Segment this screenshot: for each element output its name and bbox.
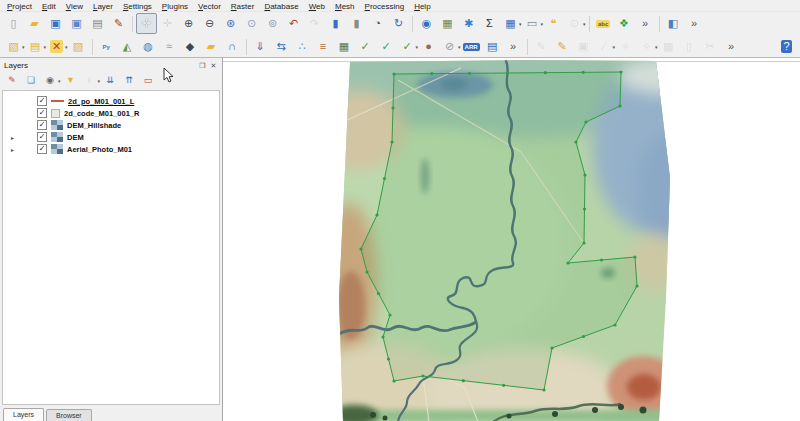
layer-row-2d_code_M01_001_R[interactable]: ✓2d_code_M01_001_R bbox=[3, 107, 219, 119]
measure-line-icon[interactable]: ▭ bbox=[522, 13, 543, 34]
menu-item-project[interactable]: Project bbox=[2, 2, 37, 11]
layer-row-DEM_Hillshade[interactable]: ✓DEM_Hillshade bbox=[3, 119, 219, 131]
vertex-tool-all-layers-icon[interactable]: ✧ bbox=[615, 36, 636, 57]
tab-browser[interactable]: Browser bbox=[46, 409, 92, 421]
map-theme-tool-icon[interactable]: ❖ bbox=[614, 13, 635, 34]
show-spatial-bookmarks-icon[interactable]: ▮ bbox=[346, 13, 367, 34]
layer-row-Aerial_Photo_M01[interactable]: ▸✓Aerial_Photo_M01 bbox=[3, 143, 219, 155]
plugin-terrain-icon[interactable]: ◭ bbox=[117, 36, 138, 57]
manage-map-themes-icon[interactable]: ◉ bbox=[41, 72, 59, 89]
layer-expander[interactable]: ▸ bbox=[9, 146, 33, 153]
arr-tool-icon[interactable]: ARR bbox=[461, 36, 482, 57]
python-console-icon[interactable]: Py bbox=[96, 36, 117, 57]
temporal-controller-icon[interactable]: ◔ bbox=[367, 13, 388, 34]
plugin-quickosm-icon[interactable]: ▰ bbox=[201, 36, 222, 57]
current-edits-icon[interactable]: ✎ bbox=[531, 36, 552, 57]
toolbar-overflow-4-icon[interactable]: » bbox=[721, 36, 742, 57]
cut-features-icon[interactable]: ✂ bbox=[700, 36, 721, 57]
close-panel-button[interactable]: ✕ bbox=[208, 61, 219, 71]
collapse-all-icon[interactable]: ⇈ bbox=[120, 72, 138, 89]
tuflow-layers-icon[interactable]: ▤ bbox=[482, 36, 503, 57]
tuflow-check-qa-icon[interactable]: ✓ bbox=[376, 36, 397, 57]
deselect-features-icon[interactable]: ✕ bbox=[46, 36, 67, 57]
filter-legend-icon[interactable]: ▼ bbox=[62, 72, 80, 89]
tuflow-check-1d-icon[interactable]: ✓ bbox=[397, 36, 418, 57]
tuflow-utility-icon[interactable]: ● bbox=[418, 36, 439, 57]
layer-labeling-icon[interactable]: abc bbox=[593, 13, 614, 34]
menu-item-web[interactable]: Web bbox=[304, 2, 330, 11]
tab-layers[interactable]: Layers bbox=[3, 408, 44, 421]
tuflow-tcf-icon[interactable]: ∴ bbox=[292, 36, 313, 57]
manage-map-themes-dropdown[interactable]: ▾ bbox=[58, 78, 61, 84]
layer-visibility-checkbox[interactable]: ✓ bbox=[37, 96, 47, 106]
zoom-full-icon[interactable]: ⊛ bbox=[220, 13, 241, 34]
modify-attributes-icon[interactable]: ▦ bbox=[658, 36, 679, 57]
open-project-icon[interactable]: ▰ bbox=[24, 13, 45, 34]
map-canvas[interactable] bbox=[223, 57, 800, 421]
locator-search-icon[interactable]: ⊙ bbox=[564, 13, 585, 34]
select-features-by-value-icon[interactable]: ▤ bbox=[25, 36, 46, 57]
map-tips-icon[interactable]: ❝ bbox=[543, 13, 564, 34]
plugin-arch-icon[interactable]: ∩ bbox=[222, 36, 243, 57]
tuflow-check-dem-icon[interactable]: ✓ bbox=[355, 36, 376, 57]
zoom-in-icon[interactable]: ⊕ bbox=[178, 13, 199, 34]
layer-visibility-checkbox[interactable]: ✓ bbox=[37, 108, 47, 118]
layout-manager-icon[interactable]: ▤ bbox=[87, 13, 108, 34]
layer-visibility-checkbox[interactable]: ✓ bbox=[37, 132, 47, 142]
layer-tree[interactable]: ✓2d_po_M01_001_L✓2d_code_M01_001_R✓DEM_H… bbox=[2, 90, 220, 405]
zoom-last-icon[interactable]: ↶ bbox=[283, 13, 304, 34]
toolbar-overflow-2-icon[interactable]: » bbox=[684, 13, 705, 34]
tuflow-grid-icon[interactable]: ▦ bbox=[334, 36, 355, 57]
style-manager-icon[interactable]: ✎ bbox=[108, 13, 129, 34]
plugin-profile-icon[interactable]: ◆ bbox=[180, 36, 201, 57]
pan-to-selection-icon[interactable]: ✛ bbox=[157, 13, 178, 34]
layer-expander[interactable]: ▸ bbox=[9, 134, 33, 141]
statistical-summary-icon[interactable]: Σ bbox=[479, 13, 500, 34]
new-spatial-bookmark-icon[interactable]: ▮ bbox=[325, 13, 346, 34]
pan-map-icon[interactable]: ✛ bbox=[136, 13, 157, 34]
tuflow-insert-icon[interactable]: ⇆ bbox=[271, 36, 292, 57]
tuflow-run-styles-icon[interactable]: ≡ bbox=[313, 36, 334, 57]
delete-selected-icon[interactable]: ▯ bbox=[679, 36, 700, 57]
add-line-feature-icon[interactable]: ∕ bbox=[594, 36, 615, 57]
save-project-icon[interactable]: ▣ bbox=[45, 13, 66, 34]
filter-by-expression-icon[interactable]: ε bbox=[81, 72, 99, 89]
menu-item-layer[interactable]: Layer bbox=[88, 2, 118, 11]
toggle-editing-icon[interactable]: ✎ bbox=[552, 36, 573, 57]
field-calculator-icon[interactable]: ▦ bbox=[437, 13, 458, 34]
data-source-manager-icon[interactable]: ◧ bbox=[663, 13, 684, 34]
menu-item-help[interactable]: Help bbox=[409, 2, 435, 11]
toolbar-overflow-1-icon[interactable]: » bbox=[635, 13, 656, 34]
menu-item-view[interactable]: View bbox=[61, 2, 88, 11]
zoom-to-layer-icon[interactable]: ⊚ bbox=[262, 13, 283, 34]
new-project-icon[interactable]: ▯ bbox=[3, 13, 24, 34]
remove-layer-icon[interactable]: ▭ bbox=[139, 72, 157, 89]
menu-item-raster[interactable]: Raster bbox=[226, 2, 260, 11]
tuflow-attach-icon[interactable]: ⊘ bbox=[439, 36, 460, 57]
open-attribute-table-icon[interactable]: ▦ bbox=[500, 13, 521, 34]
add-group-icon[interactable]: ❏ bbox=[22, 72, 40, 89]
save-project-as-icon[interactable]: ▣ bbox=[66, 13, 87, 34]
vertex-tool-current-layer-icon[interactable]: ✧ bbox=[636, 36, 657, 57]
menu-item-processing[interactable]: Processing bbox=[360, 2, 410, 11]
zoom-next-icon[interactable]: ↷ bbox=[304, 13, 325, 34]
menu-item-settings[interactable]: Settings bbox=[118, 2, 157, 11]
layer-row-2d_po_M01_001_L[interactable]: ✓2d_po_M01_001_L bbox=[3, 95, 219, 107]
identify-features-icon[interactable]: ◉ bbox=[416, 13, 437, 34]
layer-visibility-checkbox[interactable]: ✓ bbox=[37, 120, 47, 130]
menu-item-vector[interactable]: Vector bbox=[193, 2, 226, 11]
layer-visibility-checkbox[interactable]: ✓ bbox=[37, 144, 47, 154]
expand-all-icon[interactable]: ⇊ bbox=[101, 72, 119, 89]
menu-item-database[interactable]: Database bbox=[259, 2, 303, 11]
dock-panel-button[interactable]: ❐ bbox=[197, 61, 208, 71]
help-icon[interactable]: ? bbox=[776, 36, 797, 57]
save-layer-edits-icon[interactable]: ▣ bbox=[573, 36, 594, 57]
plugin-quickmap-icon[interactable]: ◍ bbox=[138, 36, 159, 57]
plugin-mesh-icon[interactable]: ≈ bbox=[159, 36, 180, 57]
open-layer-styling-icon[interactable]: ✎ bbox=[3, 72, 21, 89]
refresh-map-icon[interactable]: ↻ bbox=[388, 13, 409, 34]
tuflow-download-icon[interactable]: ⇓ bbox=[250, 36, 271, 57]
menu-item-plugins[interactable]: Plugins bbox=[157, 2, 193, 11]
toolbar-overflow-3-icon[interactable]: » bbox=[503, 36, 524, 57]
layer-row-DEM[interactable]: ▸✓DEM bbox=[3, 131, 219, 143]
